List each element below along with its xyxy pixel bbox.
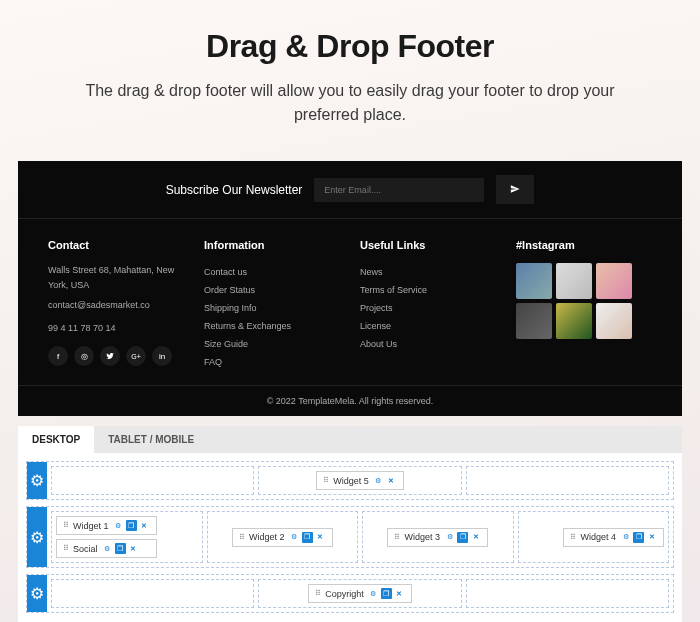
builder-row: ⚙ ⠿ Copyright ⚙ ❐ ✕ xyxy=(26,574,674,613)
info-link[interactable]: Shipping Info xyxy=(204,299,340,317)
widget-block[interactable]: ⠿ Widget 2 ⚙ ❐ ✕ xyxy=(232,528,333,547)
builder-cell[interactable]: ⠿ Widget 1 ⚙ ❐ ✕ ⠿ Social xyxy=(51,511,203,563)
drag-icon: ⠿ xyxy=(315,589,321,598)
useful-link[interactable]: Terms of Service xyxy=(360,281,496,299)
widget-delete-button[interactable]: ✕ xyxy=(386,475,397,486)
contact-phone: 99 4 11 78 70 14 xyxy=(48,321,184,336)
widget-delete-button[interactable]: ✕ xyxy=(315,532,326,543)
instagram-thumbnail[interactable] xyxy=(596,263,632,299)
widget-block[interactable]: ⠿ Social ⚙ ❐ ✕ xyxy=(56,539,157,558)
instagram-thumbnail[interactable] xyxy=(596,303,632,339)
gear-icon: ⚙ xyxy=(30,528,44,547)
widget-block[interactable]: ⠿ Widget 4 ⚙ ❐ ✕ xyxy=(563,528,664,547)
widget-label: Widget 2 xyxy=(249,532,285,542)
widget-settings-button[interactable]: ⚙ xyxy=(289,532,300,543)
drag-icon: ⠿ xyxy=(394,533,400,542)
widget-block[interactable]: ⠿ Widget 5 ⚙ ✕ xyxy=(316,471,404,490)
widget-label: Copyright xyxy=(325,589,364,599)
builder-cell[interactable] xyxy=(466,579,669,608)
useful-link[interactable]: News xyxy=(360,263,496,281)
info-link[interactable]: Returns & Exchanges xyxy=(204,317,340,335)
instagram-thumbnail[interactable] xyxy=(556,263,592,299)
widget-delete-button[interactable]: ✕ xyxy=(470,532,481,543)
useful-link[interactable]: Projects xyxy=(360,299,496,317)
contact-email: contact@sadesmarket.co xyxy=(48,298,184,313)
widget-duplicate-button[interactable]: ❐ xyxy=(381,588,392,599)
drag-icon: ⠿ xyxy=(570,533,576,542)
newsletter-label: Subscribe Our Newsletter xyxy=(166,183,303,197)
widget-label: Widget 1 xyxy=(73,521,109,531)
useful-link[interactable]: About Us xyxy=(360,335,496,353)
builder-cell[interactable] xyxy=(51,466,254,495)
widget-label: Widget 5 xyxy=(333,476,369,486)
useful-link[interactable]: License xyxy=(360,317,496,335)
tab-desktop[interactable]: DESKTOP xyxy=(18,426,94,453)
widget-delete-button[interactable]: ✕ xyxy=(394,588,405,599)
widget-label: Social xyxy=(73,544,98,554)
widget-settings-button[interactable]: ⚙ xyxy=(444,532,455,543)
linkedin-icon[interactable]: in xyxy=(152,346,172,366)
tab-tablet-mobile[interactable]: TABLET / MOBILE xyxy=(94,426,208,453)
widget-duplicate-button[interactable]: ❐ xyxy=(457,532,468,543)
instagram-thumbnail[interactable] xyxy=(516,303,552,339)
row-settings-button[interactable]: ⚙ xyxy=(27,507,47,567)
widget-label: Widget 4 xyxy=(580,532,616,542)
footer-preview: Subscribe Our Newsletter Contact Walls S… xyxy=(18,161,682,416)
widget-duplicate-button[interactable]: ❐ xyxy=(115,543,126,554)
info-link[interactable]: Order Status xyxy=(204,281,340,299)
instagram-thumbnail[interactable] xyxy=(556,303,592,339)
twitter-icon[interactable] xyxy=(100,346,120,366)
facebook-icon[interactable]: f xyxy=(48,346,68,366)
gear-icon: ⚙ xyxy=(30,584,44,603)
widget-block[interactable]: ⠿ Widget 3 ⚙ ❐ ✕ xyxy=(387,528,488,547)
widget-delete-button[interactable]: ✕ xyxy=(139,520,150,531)
builder-cell[interactable] xyxy=(51,579,254,608)
widget-delete-button[interactable]: ✕ xyxy=(128,543,139,554)
newsletter-email-input[interactable] xyxy=(314,178,484,202)
info-link[interactable]: FAQ xyxy=(204,353,340,371)
contact-address: Walls Street 68, Mahattan, New York, USA xyxy=(48,263,184,294)
footer-builder: DESKTOP TABLET / MOBILE ⚙ ⠿ Widget 5 ⚙ ✕ xyxy=(18,426,682,622)
contact-title: Contact xyxy=(48,239,184,251)
useful-title: Useful Links xyxy=(360,239,496,251)
footer-col-contact: Contact Walls Street 68, Mahattan, New Y… xyxy=(48,239,184,371)
widget-settings-button[interactable]: ⚙ xyxy=(368,588,379,599)
instagram-title: #Instagram xyxy=(516,239,652,251)
widget-duplicate-button[interactable]: ❐ xyxy=(126,520,137,531)
builder-row: ⚙ ⠿ Widget 1 ⚙ ❐ ✕ xyxy=(26,506,674,568)
widget-settings-button[interactable]: ⚙ xyxy=(373,475,384,486)
footer-col-useful: Useful Links News Terms of Service Proje… xyxy=(360,239,496,371)
googleplus-icon[interactable]: G+ xyxy=(126,346,146,366)
drag-icon: ⠿ xyxy=(239,533,245,542)
info-link[interactable]: Size Guide xyxy=(204,335,340,353)
builder-cell[interactable]: ⠿ Widget 4 ⚙ ❐ ✕ xyxy=(518,511,670,563)
widget-settings-button[interactable]: ⚙ xyxy=(620,532,631,543)
row-settings-button[interactable]: ⚙ xyxy=(27,575,47,612)
instagram-icon[interactable]: ◎ xyxy=(74,346,94,366)
drag-icon: ⠿ xyxy=(63,521,69,530)
widget-settings-button[interactable]: ⚙ xyxy=(113,520,124,531)
widget-duplicate-button[interactable]: ❐ xyxy=(633,532,644,543)
builder-row: ⚙ ⠿ Widget 5 ⚙ ✕ xyxy=(26,461,674,500)
builder-cell[interactable]: ⠿ Widget 5 ⚙ ✕ xyxy=(258,466,461,495)
footer-col-instagram: #Instagram xyxy=(516,239,652,371)
widget-settings-button[interactable]: ⚙ xyxy=(102,543,113,554)
page-subtitle: The drag & drop footer will allow you to… xyxy=(80,79,620,127)
widget-duplicate-button[interactable]: ❐ xyxy=(302,532,313,543)
builder-cell[interactable]: ⠿ Widget 3 ⚙ ❐ ✕ xyxy=(362,511,514,563)
widget-delete-button[interactable]: ✕ xyxy=(646,532,657,543)
builder-cell[interactable]: ⠿ Widget 2 ⚙ ❐ ✕ xyxy=(207,511,359,563)
row-settings-button[interactable]: ⚙ xyxy=(27,462,47,499)
newsletter-submit-button[interactable] xyxy=(496,175,534,204)
page-title: Drag & Drop Footer xyxy=(40,28,660,65)
widget-block[interactable]: ⠿ Widget 1 ⚙ ❐ ✕ xyxy=(56,516,157,535)
instagram-thumbnail[interactable] xyxy=(516,263,552,299)
drag-icon: ⠿ xyxy=(323,476,329,485)
footer-col-information: Information Contact us Order Status Ship… xyxy=(204,239,340,371)
info-link[interactable]: Contact us xyxy=(204,263,340,281)
builder-cell[interactable] xyxy=(466,466,669,495)
widget-block[interactable]: ⠿ Copyright ⚙ ❐ ✕ xyxy=(308,584,412,603)
send-icon xyxy=(510,182,520,197)
builder-cell[interactable]: ⠿ Copyright ⚙ ❐ ✕ xyxy=(258,579,461,608)
gear-icon: ⚙ xyxy=(30,471,44,490)
